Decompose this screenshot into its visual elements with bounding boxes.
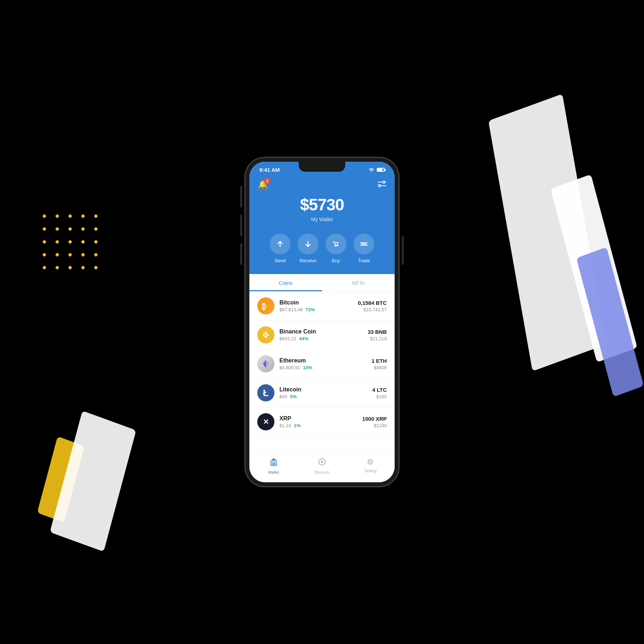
- bitcoin-price: $67,813,48: [279, 307, 303, 312]
- bnb-logo: [257, 326, 274, 343]
- receive-button[interactable]: Receive: [298, 234, 318, 263]
- svg-rect-23: [273, 463, 275, 465]
- svg-line-10: [334, 242, 335, 243]
- bitcoin-price-row: $67,813,48 73%: [279, 307, 358, 312]
- coin-row-bnb[interactable]: Binance Coin $643,23 44% 33 BNB $21,219: [249, 321, 395, 350]
- trade-label: Trade: [358, 258, 370, 263]
- phone-frame: 9:41 AM: [245, 157, 399, 487]
- xrp-name: XRP: [279, 415, 362, 422]
- wallet-nav-icon: [269, 458, 278, 468]
- svg-marker-17: [263, 333, 264, 336]
- status-icons: [368, 167, 385, 173]
- receive-icon-circle: [298, 234, 318, 254]
- ltc-name: Litecoin: [279, 386, 372, 393]
- action-buttons-row: Send Receive: [270, 234, 374, 263]
- ltc-price: $40: [279, 394, 287, 399]
- bnb-amount: 33 BNB: [368, 329, 387, 335]
- ltc-amount: 4 LTC: [372, 387, 387, 393]
- coin-row-bitcoin[interactable]: ₿ Bitcoin $67,813,48 73% 0,1584 BTC $10,…: [249, 292, 395, 321]
- svg-marker-20: [263, 360, 266, 365]
- eth-amount: 1 ETH: [371, 358, 387, 364]
- wallet-label: My Wallet: [311, 216, 333, 222]
- wifi-icon: [368, 167, 375, 173]
- tab-nfts[interactable]: NFTs: [322, 274, 395, 291]
- bitcoin-balance: 0,1584 BTC $10,741,57: [358, 300, 387, 312]
- svg-text:₿: ₿: [262, 302, 266, 311]
- eth-info: Ethereum $4,809,91 14%: [279, 357, 371, 370]
- buy-icon-circle: [326, 234, 346, 254]
- bnb-price-row: $643,23 44%: [279, 336, 368, 341]
- trade-icon-circle: [353, 234, 374, 254]
- bitcoin-logo: ₿: [257, 297, 274, 314]
- header-top-row: 🔔 2: [258, 180, 386, 189]
- filter-settings-button[interactable]: [377, 180, 386, 189]
- tab-coins[interactable]: Coins: [249, 274, 322, 291]
- ltc-info: Litecoin $40 5%: [279, 386, 372, 399]
- xrp-value: $1240: [362, 423, 387, 428]
- bitcoin-amount: 0,1584 BTC: [358, 300, 387, 306]
- svg-marker-19: [266, 360, 269, 365]
- bnb-name: Binance Coin: [279, 328, 368, 335]
- bitcoin-name: Bitcoin: [279, 299, 358, 306]
- xrp-balance: 1000 XRP $1240: [362, 416, 387, 428]
- phone-notch: [299, 162, 345, 172]
- xrp-info: XRP $1,24 1%: [279, 415, 362, 428]
- nav-settings[interactable]: ⚙ Setting: [346, 458, 395, 474]
- coin-list: ₿ Bitcoin $67,813,48 73% 0,1584 BTC $10,…: [249, 292, 395, 453]
- ltc-price-row: $40 5%: [279, 394, 372, 399]
- send-label: Send: [275, 258, 286, 263]
- bnb-price: $643,23: [279, 336, 296, 341]
- bnb-balance: 33 BNB $21,219: [368, 329, 387, 341]
- xrp-amount: 1000 XRP: [362, 416, 387, 422]
- eth-price-row: $4,809,91 14%: [279, 365, 371, 370]
- nav-discover[interactable]: Discover: [298, 458, 346, 474]
- coin-row-eth[interactable]: Ethereum $4,809,91 14% 1 ETH $4809: [249, 350, 395, 379]
- svg-marker-18: [267, 333, 269, 336]
- receive-label: Receive: [300, 258, 317, 263]
- decorative-dot-grid: [43, 215, 102, 274]
- ltc-change: 5%: [290, 394, 297, 399]
- bnb-change: 44%: [299, 336, 308, 341]
- svg-marker-25: [321, 460, 323, 463]
- svg-point-9: [337, 245, 338, 246]
- buy-label: Buy: [332, 258, 340, 263]
- eth-logo: [257, 355, 274, 372]
- eth-balance: 1 ETH $4809: [371, 358, 387, 370]
- ltc-logo: Ł: [257, 384, 274, 401]
- eth-price: $4,809,91: [279, 365, 300, 370]
- eth-change: 14%: [303, 365, 312, 370]
- settings-nav-icon: ⚙: [367, 458, 374, 467]
- tabs-bar: Coins NFTs: [249, 274, 395, 292]
- settings-nav-label: Setting: [364, 469, 376, 473]
- eth-value: $4809: [371, 365, 387, 370]
- status-time: 9:41 AM: [259, 167, 280, 173]
- coin-row-ltc[interactable]: Ł Litecoin $40 5% 4 LTC $160: [249, 379, 395, 408]
- xrp-logo: ✕: [257, 413, 274, 430]
- coin-row-xrp[interactable]: ✕ XRP $1,24 1% 1000 XRP $1240: [249, 408, 395, 436]
- send-icon-circle: [270, 234, 291, 254]
- bitcoin-info: Bitcoin $67,813,48 73%: [279, 299, 358, 312]
- ltc-value: $160: [372, 394, 387, 399]
- notification-badge: 2: [264, 178, 270, 184]
- trade-button[interactable]: Trade: [353, 234, 374, 263]
- bnb-info: Binance Coin $643,23 44%: [279, 328, 368, 341]
- xrp-price-row: $1,24 1%: [279, 423, 362, 428]
- buy-button[interactable]: Buy: [326, 234, 346, 263]
- wallet-header: 🔔 2 $5730 My: [249, 176, 395, 274]
- notification-button[interactable]: 🔔 2: [258, 180, 268, 189]
- battery-icon: [377, 168, 385, 172]
- bitcoin-value: $10,741,57: [358, 307, 387, 312]
- bnb-value: $21,219: [368, 336, 387, 341]
- nav-wallet[interactable]: Wallet: [249, 458, 298, 474]
- ltc-balance: 4 LTC $160: [372, 387, 387, 399]
- wallet-nav-label: Wallet: [268, 470, 279, 474]
- svg-marker-16: [264, 335, 267, 338]
- xrp-change: 1%: [294, 423, 301, 428]
- total-balance: $5730: [300, 195, 344, 214]
- eth-name: Ethereum: [279, 357, 371, 364]
- send-button[interactable]: Send: [270, 234, 291, 263]
- phone-screen: 9:41 AM: [249, 162, 395, 482]
- svg-point-8: [335, 245, 336, 246]
- discover-nav-icon: [318, 458, 326, 468]
- xrp-price: $1,24: [279, 423, 291, 428]
